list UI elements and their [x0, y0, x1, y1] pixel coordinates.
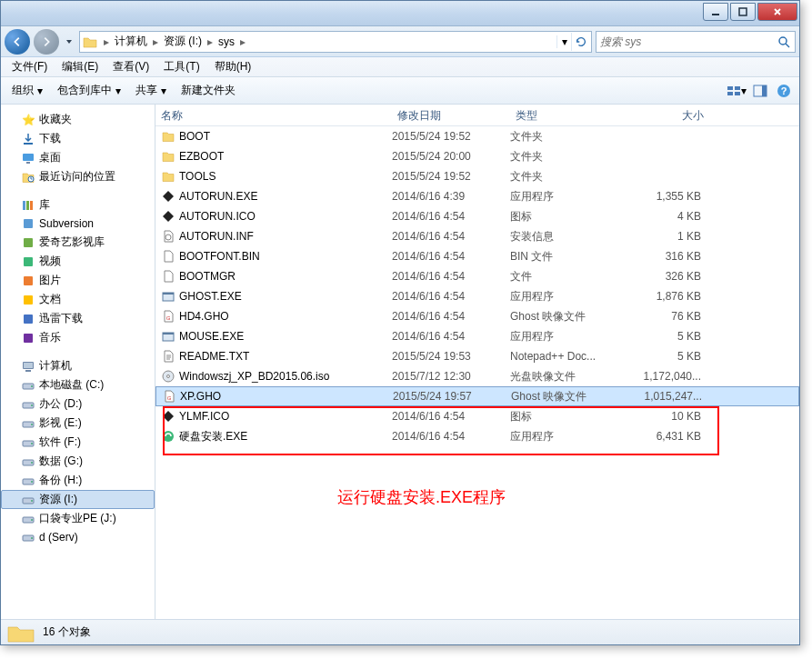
sidebar-item[interactable]: 迅雷下载	[1, 309, 155, 328]
svg-rect-22	[24, 295, 33, 305]
col-name[interactable]: 名称	[155, 105, 392, 125]
file-name: YLMF.ICO	[179, 410, 229, 423]
col-type[interactable]: 类型	[510, 105, 619, 125]
sidebar-item[interactable]: 最近访问的位置	[1, 167, 155, 186]
file-row[interactable]: EZBOOT 2015/5/24 20:00 文件夹	[155, 146, 799, 166]
close-button[interactable]	[757, 3, 797, 21]
sidebar-item-drive[interactable]: 口袋专业PE (J:)	[1, 509, 155, 528]
folder-icon	[6, 622, 35, 644]
file-row[interactable]: AUTORUN.EXE 2014/6/16 4:39 应用程序 1,355 KB	[155, 186, 799, 206]
drive-icon	[21, 530, 35, 544]
svg-rect-24	[24, 334, 33, 343]
menu-file[interactable]: 文件(F)	[5, 57, 55, 76]
sidebar-item-drive[interactable]: d (Serv)	[1, 528, 155, 546]
sidebar-item-drive[interactable]: 本地磁盘 (C:)	[1, 375, 155, 394]
breadcrumb-sep[interactable]: ▸	[102, 35, 111, 48]
sidebar-item-drive[interactable]: 影视 (E:)	[1, 414, 155, 433]
folder-icon	[82, 34, 98, 50]
favorites-group: ⭐收藏夹 下载桌面最近访问的位置	[1, 110, 155, 186]
file-row[interactable]: TOOLS 2015/5/24 19:52 文件夹	[155, 166, 799, 186]
sidebar-item[interactable]: 爱奇艺影视库	[1, 233, 155, 252]
file-type: 应用程序	[510, 289, 619, 305]
menu-help[interactable]: 帮助(H)	[207, 57, 259, 76]
file-type: 图标	[510, 409, 619, 424]
search-icon[interactable]	[777, 35, 791, 49]
file-name: XP.GHO	[180, 390, 221, 403]
file-date: 2015/5/24 20:00	[392, 150, 510, 163]
file-row[interactable]: GXP.GHO 2015/5/24 19:57 Ghost 映像文件 1,015…	[155, 386, 799, 406]
address-dropdown[interactable]: ▾	[556, 35, 571, 48]
drive-icon	[21, 378, 35, 393]
computer-header[interactable]: 计算机	[1, 356, 155, 375]
file-icon	[161, 249, 175, 264]
crumb-computer[interactable]: 计算机	[111, 34, 151, 49]
share-button[interactable]: 共享 ▾	[128, 79, 174, 102]
maximize-button[interactable]	[730, 3, 756, 21]
menu-view[interactable]: 查看(V)	[105, 57, 156, 76]
view-options-button[interactable]: ▾	[727, 81, 747, 101]
file-row[interactable]: Windowszj_XP_BD2015.06.iso 2015/7/12 12:…	[155, 366, 799, 386]
address-bar[interactable]: ▸ 计算机 ▸ 资源 (I:) ▸ sys ▸ ▾	[79, 31, 592, 53]
sidebar-item-drive[interactable]: 办公 (D:)	[1, 394, 155, 414]
back-button[interactable]	[5, 29, 30, 55]
file-row[interactable]: GHD4.GHO 2014/6/16 4:54 Ghost 映像文件 76 KB	[155, 306, 799, 326]
history-dropdown[interactable]	[63, 38, 75, 45]
sidebar-item[interactable]: 桌面	[1, 148, 155, 167]
sidebar-item-drive[interactable]: 软件 (F:)	[1, 433, 155, 452]
file-type: 安装信息	[510, 229, 619, 245]
file-row[interactable]: 硬盘安装.EXE 2014/6/16 4:54 应用程序 6,431 KB	[155, 426, 799, 446]
menu-tools[interactable]: 工具(T)	[156, 57, 206, 76]
preview-pane-button[interactable]	[750, 81, 770, 101]
file-size: 1,876 KB	[619, 290, 710, 303]
col-date[interactable]: 修改日期	[392, 105, 510, 125]
favorites-header[interactable]: ⭐收藏夹	[1, 110, 155, 129]
search-box[interactable]	[596, 31, 796, 53]
sidebar-item[interactable]: 文档	[1, 290, 155, 309]
sidebar-item-drive[interactable]: 资源 (I:)	[1, 490, 155, 509]
svg-rect-0	[712, 14, 719, 15]
organize-button[interactable]: 组织 ▾	[5, 79, 50, 102]
file-icon	[161, 369, 175, 384]
sidebar-item-drive[interactable]: 备份 (H:)	[1, 471, 155, 490]
drive-icon	[21, 454, 35, 469]
file-row[interactable]: README.TXT 2015/5/24 19:53 Notepad++ Doc…	[155, 346, 799, 366]
file-row[interactable]: BOOTMGR 2014/6/16 4:54 文件 326 KB	[155, 266, 799, 286]
file-type: 应用程序	[510, 429, 619, 444]
file-name: GHOST.EXE	[179, 290, 242, 303]
file-row[interactable]: GHOST.EXE 2014/6/16 4:54 应用程序 1,876 KB	[155, 286, 799, 306]
forward-button[interactable]	[34, 29, 59, 55]
svg-point-41	[31, 500, 33, 502]
file-row[interactable]: BOOT 2015/5/24 19:52 文件夹	[155, 126, 799, 146]
file-icon	[161, 149, 175, 164]
include-button[interactable]: 包含到库中 ▾	[50, 79, 128, 102]
sidebar-item[interactable]: Subversion	[1, 215, 155, 233]
file-list[interactable]: 名称 修改日期 类型 大小 BOOT 2015/5/24 19:52 文件夹 E…	[155, 105, 799, 619]
nav-icon	[21, 151, 35, 165]
libraries-header[interactable]: 库	[1, 195, 155, 215]
file-row[interactable]: MOUSE.EXE 2014/6/16 4:54 应用程序 5 KB	[155, 326, 799, 346]
newfolder-button[interactable]: 新建文件夹	[174, 79, 243, 102]
sidebar-item[interactable]: 视频	[1, 252, 155, 271]
svg-text:G: G	[166, 315, 171, 321]
file-name: README.TXT	[179, 350, 249, 363]
titlebar	[1, 1, 799, 26]
crumb-drive[interactable]: 资源 (I:)	[160, 34, 206, 49]
file-row[interactable]: AUTORUN.INF 2014/6/16 4:54 安装信息 1 KB	[155, 226, 799, 246]
menu-edit[interactable]: 编辑(E)	[55, 57, 105, 76]
file-row[interactable]: AUTORUN.ICO 2014/6/16 4:54 图标 4 KB	[155, 206, 799, 226]
sidebar-item-drive[interactable]: 数据 (G:)	[1, 452, 155, 471]
sidebar-item[interactable]: 音乐	[1, 328, 155, 347]
sidebar-item[interactable]: 图片	[1, 271, 155, 290]
nav-pane[interactable]: ⭐收藏夹 下载桌面最近访问的位置 库 Subversion爱奇艺影视库视频图片文…	[1, 105, 155, 619]
sidebar-item[interactable]: 下载	[1, 129, 155, 148]
crumb-folder[interactable]: sys	[215, 35, 238, 48]
file-row[interactable]: BOOTFONT.BIN 2014/6/16 4:54 BIN 文件 316 K…	[155, 246, 799, 266]
col-size[interactable]: 大小	[619, 105, 710, 125]
minimize-button[interactable]	[703, 3, 728, 21]
svg-rect-1	[739, 8, 747, 15]
file-row[interactable]: YLMF.ICO 2014/6/16 4:54 图标 10 KB	[155, 406, 799, 426]
help-button[interactable]: ?	[774, 81, 794, 101]
svg-rect-26	[24, 363, 33, 368]
refresh-button[interactable]	[571, 33, 589, 51]
search-input[interactable]	[600, 35, 777, 48]
